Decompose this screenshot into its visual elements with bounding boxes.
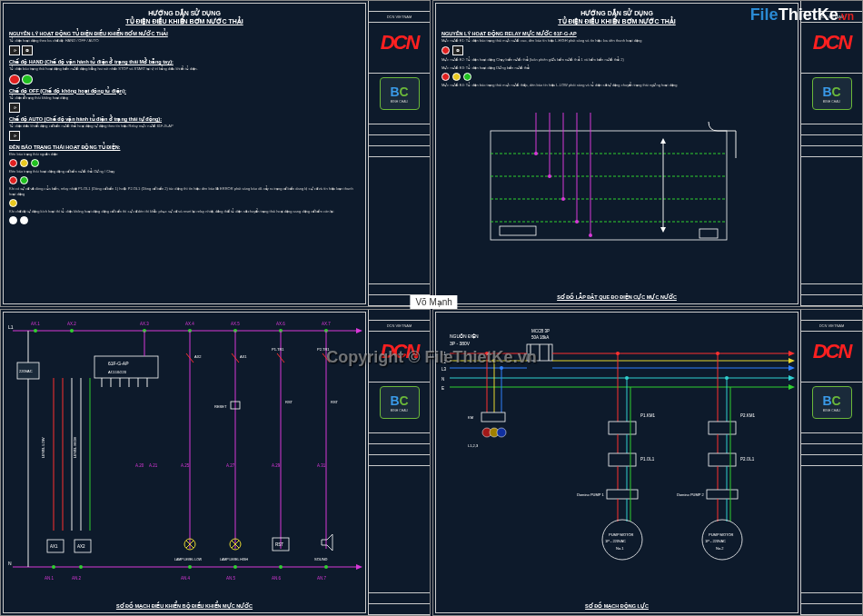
svg-text:3P - 380V: 3P - 380V <box>450 341 471 346</box>
sheet1-d5b: Đèn báo trạng thái hoạt động động cơ bơm… <box>9 169 360 174</box>
svg-text:AN.4: AN.4 <box>181 576 191 581</box>
svg-text:L1,2,3: L1,2,3 <box>468 443 479 448</box>
svg-rect-181 <box>707 490 738 499</box>
mode-switch-icon: ⟳⦿ <box>9 45 360 55</box>
svg-text:AX2: AX2 <box>194 354 202 359</box>
svg-marker-24 <box>356 564 362 570</box>
svg-rect-0 <box>491 131 727 240</box>
svg-text:RESET: RESET <box>214 404 227 409</box>
sheet1-d1: Tủ điện hoạt động theo ba chế độ: HAND /… <box>9 38 360 43</box>
sheet1-h1: NGUYÊN LÝ HOẠT ĐỘNG TỦ ĐIỆN ĐIỀU KHIỂN B… <box>9 31 360 36</box>
sheet1-d5a: Đèn báo trạng thái nguồn điện: <box>9 152 360 156</box>
svg-text:PUMP MOTOR: PUMP MOTOR <box>709 532 734 537</box>
svg-text:1P - 220VAC: 1P - 220VAC <box>605 539 626 543</box>
svg-text:AN.2: AN.2 <box>72 576 82 581</box>
sheet2-d2: Mực nước E2: Tủ điện hoạt động Chạy bơm … <box>441 57 792 62</box>
svg-text:E: E <box>441 386 444 391</box>
titleblock-4: DCN VIETNAM DCN BCBÌNH CHÂU <box>800 310 862 615</box>
svg-point-108 <box>279 565 283 569</box>
sheet1-title: HƯỚNG DẪN SỬ DỤNG TỦ ĐIỆN ĐIỀU KHIỂN BƠM… <box>9 9 360 25</box>
svg-text:AX.4: AX.4 <box>185 322 194 326</box>
svg-point-109 <box>324 565 328 569</box>
svg-point-12 <box>561 197 565 201</box>
svg-marker-21 <box>356 328 362 333</box>
svg-text:AX.6: AX.6 <box>276 322 285 326</box>
svg-point-13 <box>575 220 579 224</box>
svg-text:P1.KM1: P1.KM1 <box>640 413 656 418</box>
svg-text:LEVEL LOW: LEVEL LOW <box>41 437 45 458</box>
svg-text:MCCB 3P: MCCB 3P <box>531 329 550 333</box>
svg-text:KM: KM <box>468 415 473 420</box>
svg-text:AX1: AX1 <box>240 354 247 359</box>
svg-point-14 <box>589 233 592 237</box>
sheet2-caption: SƠ ĐỒ LẮP ĐẶT QUE ĐO ĐIỆN CỰC MỰC NƯỚC <box>436 294 798 300</box>
svg-text:AX.1: AX.1 <box>31 322 40 326</box>
svg-text:AN.1: AN.1 <box>45 576 55 581</box>
svg-point-10 <box>534 152 538 155</box>
control-schematic: L1 N AX.1 AX.2 AX.3 AX.4 AX.5 AX.6 AX.7 … <box>4 313 366 594</box>
svg-text:Domino PUMP 1: Domino PUMP 1 <box>577 492 604 497</box>
svg-text:AN.7: AN.7 <box>317 576 327 581</box>
sheet1-h5: ĐÈN BÁO TRẠNG THÁI HOẠT ĐỘNG TỦ ĐIỆN: <box>9 144 360 150</box>
svg-marker-129 <box>789 375 795 381</box>
svg-point-107 <box>233 565 237 569</box>
svg-rect-19 <box>699 229 718 238</box>
svg-text:61F-G-AP: 61F-G-AP <box>108 361 129 366</box>
svg-text:L3: L3 <box>441 367 447 372</box>
svg-text:A.25: A.25 <box>181 463 190 468</box>
svg-point-146 <box>497 428 506 437</box>
svg-text:A.21: A.21 <box>149 463 158 468</box>
sheet1-d4: Tủ điện điều khiển động cơ bơm nước thải… <box>9 124 360 128</box>
svg-marker-126 <box>789 351 795 356</box>
svg-rect-152 <box>609 422 636 434</box>
svg-rect-18 <box>500 226 536 235</box>
svg-text:A.31: A.31 <box>317 463 326 468</box>
binhchau-logo: BC BÌNH CHÂU <box>380 77 420 110</box>
svg-marker-17 <box>660 227 666 233</box>
svg-text:RST: RST <box>275 542 283 547</box>
svg-marker-128 <box>789 365 795 371</box>
svg-text:PUMP MOTOR: PUMP MOTOR <box>609 532 634 537</box>
svg-rect-173 <box>709 422 736 434</box>
svg-text:P2.OL1: P2.OL1 <box>740 457 755 462</box>
svg-text:AX2: AX2 <box>77 544 85 549</box>
sheet2-d4: Mực nước E4: Tủ điện báo trạng thái mực … <box>441 83 792 87</box>
svg-marker-16 <box>660 138 666 144</box>
led-power-icons <box>9 159 360 167</box>
sheet2-d3: Mực nước E3: Tủ điện hoạt động Dừng bơm … <box>441 65 792 70</box>
sheet1-h4: Chế độ AUTO (Chế độ vận hành tủ điện ở t… <box>9 116 360 122</box>
svg-text:220VAC: 220VAC <box>19 369 33 373</box>
svg-marker-130 <box>789 384 795 390</box>
svg-text:LEVEL HIGH: LEVEL HIGH <box>73 436 77 458</box>
sheet2-h1: NGUYÊN LÝ HOẠT ĐỘNG RELAY MỰC NƯỚC 61F-G… <box>441 31 792 36</box>
sheet-1-instructions: HƯỚNG DẪN SỬ DỤNG TỦ ĐIỆN ĐIỀU KHIỂN BƠM… <box>0 0 431 307</box>
svg-point-11 <box>548 174 551 178</box>
svg-text:AX.5: AX.5 <box>231 322 240 326</box>
svg-rect-156 <box>609 453 636 466</box>
svg-rect-44 <box>94 356 158 378</box>
svg-text:N: N <box>8 561 12 566</box>
svg-text:A.20: A.20 <box>135 463 144 468</box>
svg-text:L1: L1 <box>8 324 14 330</box>
svg-rect-160 <box>607 490 638 499</box>
svg-point-105 <box>79 565 83 569</box>
svg-point-33 <box>34 329 37 333</box>
dcn-logo: DCN <box>381 31 419 55</box>
watermark-copyright: Copyright © FileThietKe.vn <box>326 348 536 367</box>
svg-text:P1.OL1: P1.OL1 <box>640 457 655 462</box>
svg-text:A.29: A.29 <box>272 463 281 468</box>
svg-text:50A 18kA: 50A 18kA <box>531 335 549 340</box>
author-tag: Võ Mạnh <box>410 295 457 309</box>
svg-text:Domino PUMP 2: Domino PUMP 2 <box>677 492 704 497</box>
sheet4-caption: SƠ ĐỒ MẠCH ĐỘNG LỰC <box>436 603 798 609</box>
svg-text:NGUỒN ĐIỆN: NGUỒN ĐIỆN <box>450 333 479 339</box>
sheet-2-relay-level: HƯỚNG DẪN SỬ DỤNG TỦ ĐIỆN ĐIỀU KHIỂN BƠM… <box>432 0 863 307</box>
svg-text:AN.5: AN.5 <box>226 576 236 581</box>
svg-rect-177 <box>709 453 736 466</box>
svg-marker-127 <box>789 358 795 363</box>
svg-text:AC110/220: AC110/220 <box>108 370 127 374</box>
sheet1-d3: Tủ điện ở trạng thái không hoạt động <box>9 95 360 100</box>
sheet1-h3: Chế độ OFF (Chế độ không hoạt động tủ đi… <box>9 88 360 94</box>
sheet2-d1: Mực nước E1: Tủ điện báo trạng thái mực … <box>441 38 792 43</box>
tank-diagram <box>436 113 799 267</box>
